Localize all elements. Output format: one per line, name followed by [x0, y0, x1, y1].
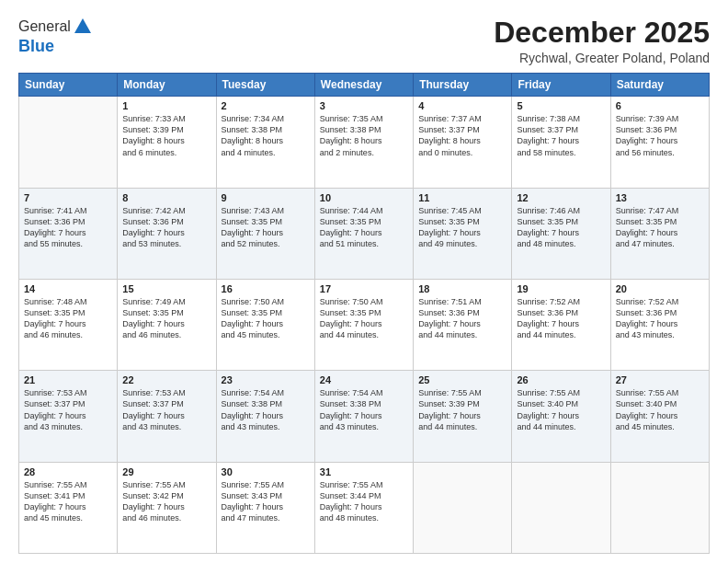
cell-content: Sunrise: 7:50 AM Sunset: 3:35 PM Dayligh… [222, 296, 310, 341]
cell-content: Sunrise: 7:52 AM Sunset: 3:36 PM Dayligh… [616, 296, 704, 341]
day-number: 10 [320, 192, 408, 203]
svg-marker-0 [74, 18, 91, 33]
cell-content: Sunrise: 7:55 AM Sunset: 3:40 PM Dayligh… [517, 387, 605, 432]
cell-content: Sunrise: 7:42 AM Sunset: 3:36 PM Dayligh… [122, 205, 210, 250]
day-number: 13 [616, 192, 704, 203]
day-number: 8 [122, 192, 210, 203]
day-header-saturday: Saturday [610, 74, 709, 97]
calendar-cell: 11Sunrise: 7:45 AM Sunset: 3:35 PM Dayli… [414, 188, 512, 279]
calendar-cell: 3Sunrise: 7:35 AM Sunset: 3:38 PM Daylig… [314, 97, 413, 188]
calendar-cell: 23Sunrise: 7:54 AM Sunset: 3:38 PM Dayli… [216, 371, 314, 462]
cell-content: Sunrise: 7:49 AM Sunset: 3:35 PM Dayligh… [122, 296, 210, 341]
cell-content: Sunrise: 7:35 AM Sunset: 3:38 PM Dayligh… [320, 113, 408, 158]
calendar-cell: 28Sunrise: 7:55 AM Sunset: 3:41 PM Dayli… [19, 462, 118, 553]
calendar-week-row: 7Sunrise: 7:41 AM Sunset: 3:36 PM Daylig… [19, 188, 710, 279]
day-number: 18 [418, 283, 506, 294]
day-header-friday: Friday [512, 74, 610, 97]
cell-content: Sunrise: 7:46 AM Sunset: 3:35 PM Dayligh… [517, 205, 605, 250]
calendar-cell: 17Sunrise: 7:50 AM Sunset: 3:35 PM Dayli… [314, 279, 413, 370]
cell-content: Sunrise: 7:55 AM Sunset: 3:40 PM Dayligh… [616, 387, 704, 432]
calendar-cell [414, 462, 512, 553]
calendar-cell: 9Sunrise: 7:43 AM Sunset: 3:35 PM Daylig… [216, 188, 314, 279]
calendar-week-row: 1Sunrise: 7:33 AM Sunset: 3:39 PM Daylig… [19, 97, 710, 188]
calendar-cell: 18Sunrise: 7:51 AM Sunset: 3:36 PM Dayli… [414, 279, 512, 370]
day-number: 20 [616, 283, 704, 294]
cell-content: Sunrise: 7:41 AM Sunset: 3:36 PM Dayligh… [24, 205, 112, 250]
calendar-cell: 1Sunrise: 7:33 AM Sunset: 3:39 PM Daylig… [118, 97, 216, 188]
cell-content: Sunrise: 7:55 AM Sunset: 3:43 PM Dayligh… [222, 479, 310, 524]
page: General Blue December 2025 Rychwal, Grea… [0, 0, 728, 563]
cell-content: Sunrise: 7:55 AM Sunset: 3:39 PM Dayligh… [418, 387, 506, 432]
month-title: December 2025 [494, 17, 710, 49]
day-number: 26 [517, 374, 605, 385]
calendar-week-row: 21Sunrise: 7:53 AM Sunset: 3:37 PM Dayli… [19, 371, 710, 462]
cell-content: Sunrise: 7:38 AM Sunset: 3:37 PM Dayligh… [517, 113, 605, 158]
day-number: 7 [24, 192, 112, 203]
cell-content: Sunrise: 7:52 AM Sunset: 3:36 PM Dayligh… [517, 296, 605, 341]
calendar-cell: 20Sunrise: 7:52 AM Sunset: 3:36 PM Dayli… [610, 279, 709, 370]
calendar-cell: 10Sunrise: 7:44 AM Sunset: 3:35 PM Dayli… [314, 188, 413, 279]
cell-content: Sunrise: 7:45 AM Sunset: 3:35 PM Dayligh… [418, 205, 506, 250]
day-number: 28 [24, 466, 112, 477]
calendar-cell: 4Sunrise: 7:37 AM Sunset: 3:37 PM Daylig… [414, 97, 512, 188]
day-number: 22 [122, 374, 210, 385]
day-number: 15 [122, 283, 210, 294]
day-header-monday: Monday [118, 74, 216, 97]
day-number: 11 [418, 192, 506, 203]
cell-content: Sunrise: 7:47 AM Sunset: 3:35 PM Dayligh… [616, 205, 704, 250]
calendar-cell: 29Sunrise: 7:55 AM Sunset: 3:42 PM Dayli… [118, 462, 216, 553]
calendar-cell: 13Sunrise: 7:47 AM Sunset: 3:35 PM Dayli… [610, 188, 709, 279]
cell-content: Sunrise: 7:55 AM Sunset: 3:42 PM Dayligh… [122, 479, 210, 524]
day-number: 31 [320, 466, 408, 477]
calendar-cell: 31Sunrise: 7:55 AM Sunset: 3:44 PM Dayli… [314, 462, 413, 553]
logo: General Blue [18, 17, 93, 56]
day-number: 27 [616, 374, 704, 385]
calendar-header-row: SundayMondayTuesdayWednesdayThursdayFrid… [19, 74, 710, 97]
calendar-cell: 22Sunrise: 7:53 AM Sunset: 3:37 PM Dayli… [118, 371, 216, 462]
day-number: 23 [222, 374, 310, 385]
title-section: December 2025 Rychwal, Greater Poland, P… [494, 17, 710, 65]
day-number: 16 [222, 283, 310, 294]
cell-content: Sunrise: 7:53 AM Sunset: 3:37 PM Dayligh… [122, 387, 210, 432]
calendar-cell: 21Sunrise: 7:53 AM Sunset: 3:37 PM Dayli… [19, 371, 118, 462]
calendar-cell: 26Sunrise: 7:55 AM Sunset: 3:40 PM Dayli… [512, 371, 610, 462]
day-number: 19 [517, 283, 605, 294]
day-header-wednesday: Wednesday [314, 74, 413, 97]
cell-content: Sunrise: 7:55 AM Sunset: 3:41 PM Dayligh… [24, 479, 112, 524]
cell-content: Sunrise: 7:37 AM Sunset: 3:37 PM Dayligh… [418, 113, 506, 158]
calendar-week-row: 14Sunrise: 7:48 AM Sunset: 3:35 PM Dayli… [19, 279, 710, 370]
day-number: 6 [616, 100, 704, 111]
calendar-cell: 2Sunrise: 7:34 AM Sunset: 3:38 PM Daylig… [216, 97, 314, 188]
day-header-tuesday: Tuesday [216, 74, 314, 97]
calendar-cell: 6Sunrise: 7:39 AM Sunset: 3:36 PM Daylig… [610, 97, 709, 188]
cell-content: Sunrise: 7:55 AM Sunset: 3:44 PM Dayligh… [320, 479, 408, 524]
day-header-sunday: Sunday [19, 74, 118, 97]
day-number: 2 [222, 100, 310, 111]
calendar-week-row: 28Sunrise: 7:55 AM Sunset: 3:41 PM Dayli… [19, 462, 710, 553]
cell-content: Sunrise: 7:54 AM Sunset: 3:38 PM Dayligh… [222, 387, 310, 432]
day-number: 9 [222, 192, 310, 203]
logo-icon [73, 17, 93, 37]
day-number: 4 [418, 100, 506, 111]
day-header-thursday: Thursday [414, 74, 512, 97]
logo-general-text: General [18, 18, 71, 35]
cell-content: Sunrise: 7:39 AM Sunset: 3:36 PM Dayligh… [616, 113, 704, 158]
day-number: 30 [222, 466, 310, 477]
calendar-cell [610, 462, 709, 553]
calendar-cell: 8Sunrise: 7:42 AM Sunset: 3:36 PM Daylig… [118, 188, 216, 279]
header: General Blue December 2025 Rychwal, Grea… [18, 17, 710, 65]
calendar-cell: 16Sunrise: 7:50 AM Sunset: 3:35 PM Dayli… [216, 279, 314, 370]
cell-content: Sunrise: 7:50 AM Sunset: 3:35 PM Dayligh… [320, 296, 408, 341]
day-number: 14 [24, 283, 112, 294]
location-subtitle: Rychwal, Greater Poland, Poland [494, 51, 710, 65]
day-number: 24 [320, 374, 408, 385]
calendar-cell: 19Sunrise: 7:52 AM Sunset: 3:36 PM Dayli… [512, 279, 610, 370]
cell-content: Sunrise: 7:33 AM Sunset: 3:39 PM Dayligh… [122, 113, 210, 158]
day-number: 17 [320, 283, 408, 294]
day-number: 21 [24, 374, 112, 385]
cell-content: Sunrise: 7:48 AM Sunset: 3:35 PM Dayligh… [24, 296, 112, 341]
cell-content: Sunrise: 7:51 AM Sunset: 3:36 PM Dayligh… [418, 296, 506, 341]
day-number: 5 [517, 100, 605, 111]
day-number: 12 [517, 192, 605, 203]
calendar-cell: 15Sunrise: 7:49 AM Sunset: 3:35 PM Dayli… [118, 279, 216, 370]
